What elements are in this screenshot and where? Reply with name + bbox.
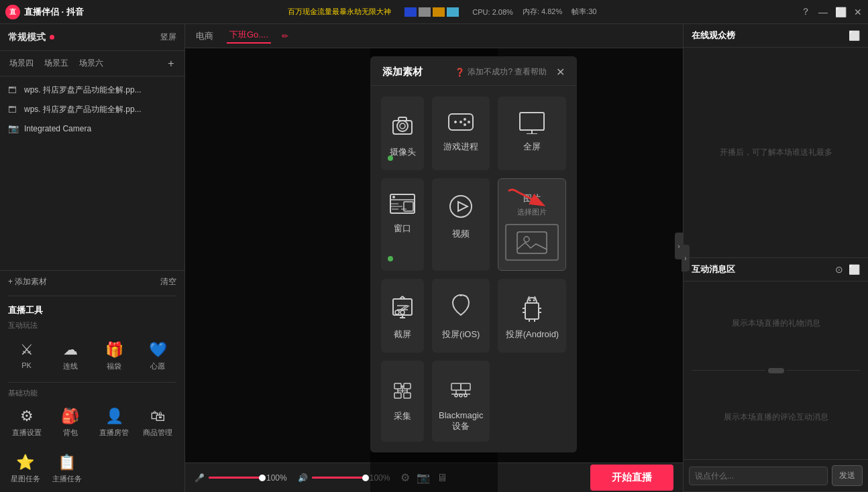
backpack-tool[interactable]: 🎒 背包	[49, 402, 91, 443]
product-management-tool[interactable]: 🛍 商品管理	[137, 402, 179, 443]
mic-slider[interactable]	[209, 477, 262, 479]
audience-expand-icon[interactable]: ⬜	[849, 30, 860, 41]
app-logo: 直 直播伴侣 · 抖音	[5, 5, 84, 19]
pk-tool[interactable]: ⚔ PK	[5, 336, 48, 377]
svg-rect-47	[394, 393, 401, 398]
start-live-button[interactable]: 开始直播	[590, 465, 673, 491]
material-card-fullscreen[interactable]: 全屏	[498, 97, 566, 170]
modal-close-button[interactable]: ✕	[556, 66, 565, 78]
android-material-label: 投屏(Android)	[506, 328, 559, 341]
divider-line-2	[787, 370, 861, 371]
window-active-dot	[388, 256, 393, 261]
audience-title: 在线观众榜	[692, 29, 735, 42]
modal-title: 添加素材	[382, 66, 423, 78]
fps-stat: 帧率:30	[572, 7, 596, 17]
ios-material-icon	[446, 292, 476, 322]
send-message-button[interactable]: 发送	[832, 465, 863, 486]
task-tools-grid: ⭐ 星图任务 📋 主播任务	[0, 446, 93, 492]
mic-volume-control: 🎤 100%	[195, 473, 287, 483]
resize-handle[interactable]	[768, 368, 784, 373]
title-bar-stats: CPU: 2.08% 内存: 4.82% 帧率:30	[472, 7, 596, 17]
mode-text: 常规模式	[8, 32, 46, 44]
modal-body: 摄像头	[370, 86, 577, 452]
scene-tab-6[interactable]: 场景六	[76, 56, 106, 70]
wish-icon: 💙	[149, 341, 167, 359]
svg-point-4	[464, 118, 466, 121]
anchor-task-tool[interactable]: 📋 主播任务	[47, 448, 87, 489]
svg-point-7	[459, 121, 462, 123]
speaker-icon: 🔊	[298, 473, 308, 483]
room-manager-tool[interactable]: 👤 直播房管	[93, 402, 135, 443]
help-button[interactable]: ？	[801, 7, 810, 17]
material-card-camera[interactable]: 摄像头	[381, 97, 424, 170]
restore-button[interactable]: ⬜	[836, 7, 845, 17]
modal-overlay: 添加素材 ❓ 添加不成功? 查看帮助 ✕	[370, 48, 498, 492]
pk-icon: ⚔	[20, 341, 34, 359]
marquee-text: 百万现金流量最暴永劫无限大神	[288, 7, 391, 17]
video-material-label: 视频	[452, 228, 470, 240]
close-button[interactable]: ✕	[853, 7, 863, 17]
material-card-android[interactable]: 投屏(Android)	[498, 279, 566, 353]
add-source-button[interactable]: + 添加素材	[8, 276, 47, 288]
material-card-screenshot[interactable]: 截屏	[381, 279, 424, 353]
backpack-icon: 🎒	[61, 408, 79, 425]
source-item-3-icon: 📷	[8, 123, 19, 134]
live-settings-tool[interactable]: ⚙ 直播设置	[5, 402, 48, 443]
material-card-game[interactable]: 游戏进程	[432, 97, 490, 170]
window-material-icon	[388, 192, 417, 216]
scene-tab-5[interactable]: 场景五	[42, 56, 71, 70]
minimize-button[interactable]: —	[818, 7, 828, 17]
vertical-mode-button[interactable]: 竖屏	[160, 32, 176, 43]
source-item-1[interactable]: 🗔 wps. 抖店罗盘产品功能全解.pp...	[0, 80, 184, 100]
material-card-blackmagic[interactable]: Blackmagic设备	[432, 361, 490, 442]
materials-grid: 摄像头	[381, 97, 566, 442]
collapse-right-panel-button[interactable]: ›	[675, 233, 683, 259]
add-scene-button[interactable]: +	[164, 57, 178, 70]
cpu-stat: CPU: 2.08%	[472, 8, 513, 16]
svg-rect-19	[404, 202, 413, 211]
connect-tool[interactable]: ☁ 连线	[49, 336, 91, 377]
clear-sources-button[interactable]: 清空	[160, 276, 176, 288]
lucky-bag-tool[interactable]: 🎁 福袋	[93, 336, 135, 377]
source-item-2[interactable]: 🗔 wps. 抖店罗盘产品功能全解.pp...	[0, 100, 184, 119]
sidebar-header: 常规模式 竖屏	[0, 24, 184, 51]
speaker-slider[interactable]	[312, 477, 366, 479]
tab-ecommerce[interactable]: 电商	[193, 30, 216, 42]
anchor-task-icon: 📋	[58, 454, 76, 471]
material-card-video[interactable]: 视频	[432, 178, 490, 271]
material-card-image[interactable]: 图片 选择图片	[498, 178, 566, 271]
message-input-row: 发送	[684, 459, 868, 491]
edit-scene-icon[interactable]: ✏	[282, 32, 288, 41]
interactive-section-label: 互动玩法	[0, 319, 184, 333]
sidebar: 常规模式 竖屏 场景四 场景五 场景六 + 🗔 wps. 抖店罗盘产品功能全解.…	[0, 24, 185, 492]
message-input[interactable]	[689, 467, 828, 485]
speaker-slider-thumb[interactable]	[362, 475, 369, 481]
material-card-capture[interactable]: 采集	[381, 361, 424, 442]
tab-current-scene[interactable]: 下班Go....	[227, 29, 271, 44]
interactive-settings-icon[interactable]: ⊙	[835, 264, 843, 275]
help-link[interactable]: ❓ 添加不成功? 查看帮助	[455, 66, 547, 78]
svg-point-61	[464, 394, 467, 397]
room-manager-icon: 👤	[105, 408, 123, 425]
backpack-label: 背包	[63, 428, 78, 438]
source-item-2-icon: 🗔	[8, 105, 19, 115]
star-task-tool[interactable]: ⭐ 星图任务	[5, 448, 46, 489]
fullscreen-material-label: 全屏	[523, 141, 541, 153]
material-card-window[interactable]: 窗口	[381, 178, 424, 271]
interactive-title: 互动消息区	[692, 263, 735, 275]
scene-tab-4[interactable]: 场景四	[7, 56, 36, 70]
live-tools-title: 直播工具	[0, 299, 184, 319]
svg-point-38	[533, 300, 535, 302]
anchor-task-label: 主播任务	[52, 474, 82, 484]
connect-label: 连线	[63, 361, 78, 371]
interactive-tools-grid: ⚔ PK ☁ 连线 🎁 福袋 💙 心愿	[0, 333, 184, 379]
material-card-ios[interactable]: 投屏(iOS)	[432, 279, 490, 353]
mic-slider-thumb[interactable]	[259, 475, 266, 481]
svg-point-37	[529, 300, 531, 302]
interactive-expand-icon[interactable]: ⬜	[849, 264, 860, 275]
right-panel: 在线观众榜 ⬜ 开播后，可了解本场谁送礼最多 › 互动消息区 ⊙ ⬜ 展示本场直…	[683, 24, 868, 492]
source-item-1-icon: 🗔	[8, 85, 19, 96]
source-item-3[interactable]: 📷 Integrated Camera	[0, 119, 184, 138]
product-management-icon: 🛍	[150, 408, 165, 425]
wish-tool[interactable]: 💙 心愿	[137, 336, 179, 377]
